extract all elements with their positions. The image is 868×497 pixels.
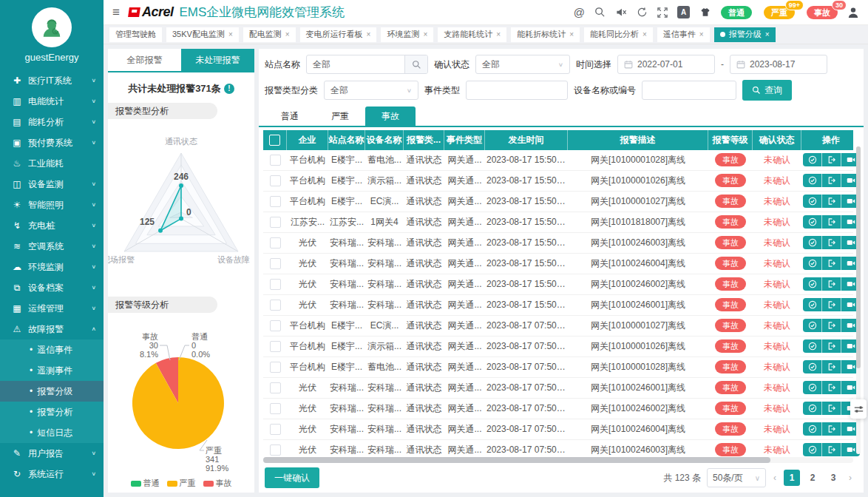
table-row[interactable]: 光伏 安科瑞... 安科瑞... 通讯状态 网关通... 2023-08-17 … [263, 295, 853, 316]
column-header-company[interactable]: 企业 [287, 130, 328, 150]
tab-telesignal-events[interactable]: 遥信事件× [657, 27, 710, 42]
row-checkbox[interactable] [270, 300, 281, 311]
dispatch-button[interactable] [822, 215, 841, 229]
row-checkbox[interactable] [270, 279, 281, 290]
row-checkbox[interactable] [270, 217, 281, 228]
tab-energy-standard[interactable]: 能耗折标统计× [511, 27, 580, 42]
sidebar-item-industrial-energy[interactable]: ♨工业能耗 [0, 153, 104, 174]
close-icon[interactable]: × [765, 30, 770, 38]
search-icon[interactable] [594, 7, 606, 18]
severity-tab-severe[interactable]: 严重 [315, 106, 365, 126]
table-row[interactable]: 光伏 安科瑞... 安科瑞... 通讯状态 网关通... 2023-08-17 … [263, 274, 853, 295]
sidebar-subitem-telesignal-events[interactable]: •遥信事件 [0, 339, 104, 360]
table-row[interactable]: 光伏 安科瑞... 安科瑞... 通讯状态 网关通... 2023-08-17 … [263, 378, 853, 399]
next-page-button[interactable]: › [847, 473, 853, 483]
dispatch-button[interactable] [822, 174, 841, 187]
mute-icon[interactable] [615, 7, 627, 18]
status-badge-accident[interactable]: 事故30 [807, 6, 838, 19]
date-to-input[interactable]: 2023-08-17 [730, 55, 827, 74]
theme-shirt-icon[interactable] [699, 7, 711, 18]
user-icon[interactable] [847, 7, 859, 18]
dispatch-button[interactable] [822, 443, 841, 456]
column-header-actions[interactable]: 操作 [801, 130, 861, 150]
page-2[interactable]: 2 [804, 470, 821, 486]
severity-tab-normal[interactable]: 普通 [265, 106, 315, 126]
close-icon[interactable]: × [285, 30, 290, 38]
page-size-select[interactable]: 50条/页 ∨ [707, 468, 766, 487]
row-checkbox[interactable] [270, 382, 281, 393]
row-checkbox[interactable] [270, 175, 281, 186]
dispatch-button[interactable] [822, 339, 841, 353]
sidebar-item-device-monitor[interactable]: ◫设备监测∨ [0, 174, 104, 195]
sidebar-item-smart-lighting[interactable]: ☀智能照明∨ [0, 195, 104, 215]
row-checkbox[interactable] [270, 424, 281, 435]
table-row[interactable]: 江苏安... 江苏安... 1网关4 通讯状态 网关通... 2023-08-1… [263, 212, 853, 233]
confirm-state-select[interactable]: 全部 ∨ [475, 55, 570, 74]
tab-all-alarms[interactable]: 全部报警 [108, 49, 181, 71]
sidebar-item-system-run[interactable]: ↻系统运行∨ [0, 464, 104, 484]
sidebar-item-medical-it[interactable]: ✚医疗IT系统∨ [0, 70, 104, 91]
table-row[interactable]: 光伏 安科瑞... 安科瑞... 通讯状态 网关通... 2023-08-17 … [263, 399, 853, 419]
row-checkbox[interactable] [270, 444, 281, 456]
close-icon[interactable]: × [699, 30, 704, 38]
sidebar-item-power-stats[interactable]: ▥电能统计∨ [0, 91, 104, 112]
event-type-input[interactable] [466, 81, 568, 100]
row-checkbox[interactable] [270, 341, 281, 352]
column-header-time[interactable]: 发生时间 [485, 130, 568, 150]
confirm-button[interactable] [803, 277, 822, 291]
sidebar-subitem-sms-log[interactable]: •短信日志 [0, 422, 104, 443]
table-row[interactable]: 光伏 安科瑞... 安科瑞... 通讯状态 网关通... 2023-08-17 … [263, 233, 853, 254]
confirm-button[interactable] [803, 339, 822, 353]
confirm-button[interactable] [803, 153, 822, 166]
avatar[interactable] [32, 7, 72, 47]
query-button[interactable]: 查询 [742, 80, 792, 101]
close-icon[interactable]: × [367, 30, 371, 38]
table-row[interactable]: 平台机构 E楼宇... 演示箱... 通讯状态 网关通... 2023-08-1… [263, 171, 853, 192]
dispatch-button[interactable] [822, 153, 841, 166]
sidebar-item-fault-alarm[interactable]: ⚠故障报警∧ [0, 319, 104, 339]
dispatch-button[interactable] [822, 422, 841, 436]
font-size-icon[interactable]: A [677, 6, 690, 18]
table-row[interactable]: 平台机构 E楼宇... EC演... 通讯状态 网关通... 2023-08-1… [263, 192, 853, 212]
tab-energy-yoy[interactable]: 能耗同比分析× [584, 27, 653, 42]
confirm-button[interactable] [803, 443, 822, 456]
sidebar-item-env-monitor[interactable]: ☁环境监测∨ [0, 257, 104, 277]
confirm-all-button[interactable]: 一键确认 [265, 467, 319, 488]
refresh-icon[interactable] [637, 7, 648, 18]
tab-power-monitor[interactable]: 配电监测× [243, 27, 296, 42]
fullscreen-icon[interactable] [657, 7, 668, 18]
table-row[interactable]: 平台机构 E楼宇... 演示箱... 通讯状态 网关通... 2023-08-1… [263, 337, 853, 357]
menu-toggle-icon[interactable]: ≡ [112, 5, 120, 20]
confirm-button[interactable] [803, 236, 822, 249]
tab-35kv-power-monitor[interactable]: 35KV配电监测× [166, 27, 239, 42]
close-icon[interactable]: × [569, 30, 574, 38]
row-checkbox[interactable] [270, 258, 281, 269]
sidebar-item-energy-analysis[interactable]: ▤能耗分析∨ [0, 112, 104, 132]
row-checkbox[interactable] [270, 155, 281, 166]
alarm-type-select[interactable]: 全部 ∨ [324, 81, 418, 100]
sidebar-item-prepaid-system[interactable]: ▣预付费系统∨ [0, 132, 104, 153]
horizontal-scrollbar-thumb[interactable] [263, 457, 770, 463]
sidebar-item-user-report[interactable]: ✎用户报告∨ [0, 443, 104, 464]
confirm-button[interactable] [803, 360, 822, 373]
select-all-checkbox[interactable] [269, 135, 280, 146]
input-search-icon[interactable] [404, 55, 427, 73]
sidebar-item-ops-mgmt[interactable]: ▦运维管理∨ [0, 298, 104, 319]
dispatch-button[interactable] [822, 360, 841, 373]
row-checkbox[interactable] [270, 196, 281, 207]
close-icon[interactable]: × [642, 30, 647, 38]
page-1[interactable]: 1 [784, 470, 800, 486]
tab-branch-energy[interactable]: 支路能耗统计× [438, 27, 506, 42]
confirm-button[interactable] [803, 298, 822, 311]
sidebar-item-device-archive[interactable]: ⧉设备档案∨ [0, 277, 104, 298]
dispatch-button[interactable] [822, 402, 841, 415]
dispatch-button[interactable] [822, 195, 841, 208]
confirm-button[interactable] [803, 319, 822, 332]
column-header-alarm-type[interactable]: 报警类... [404, 130, 444, 150]
sidebar-subitem-alarm-grading[interactable]: •报警分级 [0, 381, 104, 402]
dispatch-button[interactable] [822, 257, 841, 270]
column-header-device[interactable]: 设备名称 [365, 130, 404, 150]
vertical-scrollbar-thumb[interactable] [856, 146, 861, 368]
tab-env-monitor[interactable]: 环境监测× [381, 27, 433, 42]
tab-substation-board[interactable]: 变电所运行看板× [300, 27, 377, 42]
